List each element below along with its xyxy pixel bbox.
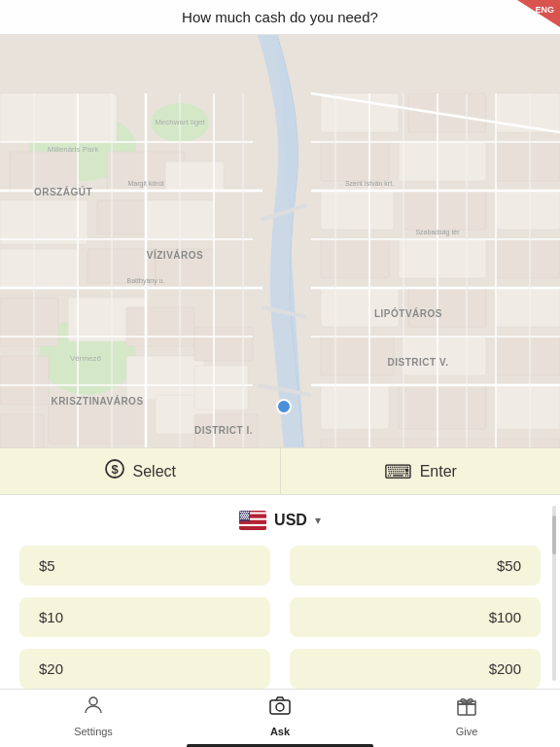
svg-point-103 xyxy=(241,513,243,515)
amount-btn-100[interactable]: $100 xyxy=(290,597,541,637)
settings-person-icon xyxy=(82,694,105,723)
svg-text:ORSZÁGÚT: ORSZÁGÚT xyxy=(34,186,92,197)
amount-btn-200[interactable]: $200 xyxy=(290,649,541,689)
amount-btn-20[interactable]: $20 xyxy=(19,649,270,689)
ask-camera-icon xyxy=(268,694,292,723)
svg-point-115 xyxy=(247,516,249,518)
svg-point-106 xyxy=(247,513,249,515)
svg-point-109 xyxy=(244,515,246,516)
svg-text:LIPÓTVÁROS: LIPÓTVÁROS xyxy=(374,307,442,319)
svg-rect-22 xyxy=(321,93,399,132)
svg-rect-36 xyxy=(496,288,560,327)
svg-rect-9 xyxy=(0,356,49,405)
amount-btn-10[interactable]: $10 xyxy=(19,597,270,637)
svg-point-107 xyxy=(240,515,242,516)
svg-point-114 xyxy=(245,516,247,518)
svg-point-113 xyxy=(243,516,245,518)
svg-point-108 xyxy=(242,515,244,516)
svg-point-102 xyxy=(248,512,250,514)
svg-rect-96 xyxy=(239,527,266,529)
nav-give-label: Give xyxy=(456,726,478,737)
svg-text:Mechwart liget: Mechwart liget xyxy=(155,118,205,126)
svg-point-123 xyxy=(276,703,284,711)
svg-rect-28 xyxy=(321,191,394,230)
svg-text:Millenáris Park: Millenáris Park xyxy=(48,145,99,154)
give-gift-icon xyxy=(455,694,478,723)
svg-text:Vérmező: Vérmező xyxy=(70,354,102,363)
svg-rect-23 xyxy=(408,93,486,132)
svg-point-119 xyxy=(246,518,248,520)
amount-btn-50[interactable]: $50 xyxy=(290,546,541,586)
svg-point-112 xyxy=(241,516,243,518)
nav-settings-label: Settings xyxy=(74,726,113,737)
currency-flag xyxy=(239,511,266,530)
dollar-icon: $ xyxy=(104,458,125,484)
svg-rect-5 xyxy=(0,249,78,288)
svg-text:Szabadság tér: Szabadság tér xyxy=(415,229,460,236)
nav-give[interactable]: Give xyxy=(373,694,560,743)
svg-rect-122 xyxy=(270,700,290,714)
tab-select-bar: $ Select ⌨ Enter xyxy=(0,447,560,494)
nav-ask[interactable]: Ask xyxy=(187,694,373,743)
svg-rect-42 xyxy=(496,385,560,429)
question-text: How much cash do you need? xyxy=(182,9,378,25)
svg-text:Margit körút: Margit körút xyxy=(128,180,164,188)
svg-rect-31 xyxy=(321,239,389,278)
svg-rect-95 xyxy=(239,524,266,526)
keyboard-icon: ⌨ xyxy=(384,460,412,483)
svg-rect-11 xyxy=(126,356,204,400)
svg-rect-12 xyxy=(49,405,146,444)
svg-rect-41 xyxy=(399,385,486,429)
svg-rect-1 xyxy=(0,93,117,142)
svg-rect-2 xyxy=(10,152,78,191)
currency-code: USD xyxy=(274,512,307,529)
svg-point-104 xyxy=(243,513,245,515)
svg-rect-16 xyxy=(194,366,248,409)
svg-text:KRISZTINAVÁROS: KRISZTINAVÁROS xyxy=(51,395,143,407)
svg-text:DISTRICT V.: DISTRICT V. xyxy=(388,357,449,368)
enter-label: Enter xyxy=(420,463,457,480)
svg-rect-10 xyxy=(126,307,194,346)
svg-text:$: $ xyxy=(111,462,119,477)
svg-point-110 xyxy=(246,515,248,516)
svg-rect-35 xyxy=(408,288,486,327)
svg-rect-94 xyxy=(239,521,266,523)
svg-point-116 xyxy=(240,518,242,520)
svg-text:DISTRICT I.: DISTRICT I. xyxy=(194,425,253,436)
bottom-nav: Settings Ask Give xyxy=(0,689,560,747)
tab-enter[interactable]: ⌨ Enter xyxy=(281,448,561,494)
scrollbar xyxy=(552,506,556,681)
tab-select[interactable]: $ Select xyxy=(0,448,281,494)
nav-settings[interactable]: Settings xyxy=(0,694,187,743)
svg-rect-37 xyxy=(321,337,394,375)
svg-point-100 xyxy=(244,512,246,514)
svg-rect-15 xyxy=(194,327,253,361)
svg-rect-7 xyxy=(0,298,58,346)
svg-point-111 xyxy=(248,515,250,516)
top-bar: How much cash do you need? xyxy=(0,0,560,35)
map-area: VÍZIVÁROS LIPÓTVÁROS DISTRICT V. KRISZTI… xyxy=(0,35,560,482)
svg-point-117 xyxy=(242,518,244,520)
svg-point-121 xyxy=(89,697,97,705)
svg-text:Szent István krt.: Szent István krt. xyxy=(345,180,394,187)
scroll-thumb xyxy=(552,516,556,554)
svg-rect-40 xyxy=(321,385,389,429)
svg-rect-26 xyxy=(399,142,486,181)
svg-point-120 xyxy=(248,518,250,520)
currency-row[interactable]: USD ▾ xyxy=(19,511,541,530)
select-label: Select xyxy=(133,463,176,480)
svg-rect-21 xyxy=(165,161,224,191)
svg-rect-25 xyxy=(321,142,389,181)
svg-point-105 xyxy=(245,513,247,515)
svg-rect-34 xyxy=(321,288,399,327)
amounts-grid: $5 $50 $10 $100 $20 $200 xyxy=(19,546,541,689)
amount-btn-5[interactable]: $5 xyxy=(19,546,270,586)
svg-rect-39 xyxy=(496,337,560,375)
location-dot xyxy=(277,400,291,413)
svg-text:VÍZIVÁROS: VÍZIVÁROS xyxy=(147,249,203,261)
svg-rect-32 xyxy=(399,239,486,278)
svg-text:Batthyány u.: Batthyány u. xyxy=(127,277,165,285)
currency-dropdown-arrow: ▾ xyxy=(315,514,321,527)
svg-point-101 xyxy=(246,512,248,514)
svg-rect-29 xyxy=(403,191,486,230)
